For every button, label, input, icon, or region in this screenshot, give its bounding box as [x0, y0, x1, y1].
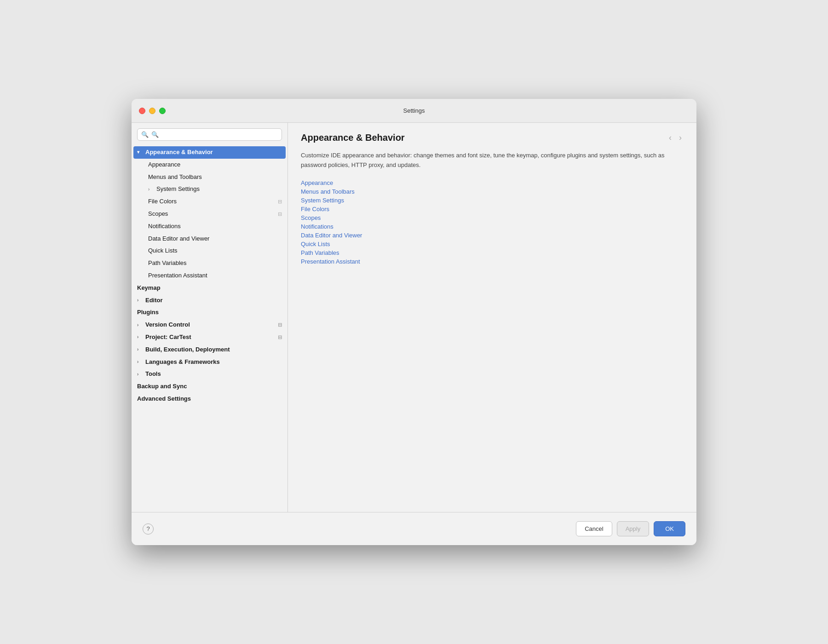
sidebar-item-quick-lists[interactable]: Quick Lists [132, 245, 288, 257]
sidebar-item-version-control[interactable]: › Version Control ⊟ [132, 319, 288, 331]
link-appearance[interactable]: Appearance [301, 179, 684, 186]
sidebar-item-label: Plugins [137, 308, 282, 317]
sidebar-item-label: Advanced Settings [137, 394, 282, 404]
sidebar-item-data-editor[interactable]: Data Editor and Viewer [132, 233, 288, 245]
sidebar-item-label: Scopes [148, 209, 278, 219]
sidebar-item-appearance-behavior[interactable]: ▾ Appearance & Behavior [133, 146, 286, 159]
main-content-area: 🔍 ▾ Appearance & Behavior Appearance Men… [132, 123, 696, 512]
link-data-editor[interactable]: Data Editor and Viewer [301, 232, 684, 239]
main-body: Customize IDE appearance and behavior: c… [288, 144, 696, 512]
chevron-right-icon: › [137, 371, 143, 378]
sidebar-item-label: Appearance & Behavior [145, 148, 282, 157]
apply-button[interactable]: Apply [617, 521, 650, 536]
chevron-right-icon: › [137, 297, 143, 304]
sidebar-item-label: Backup and Sync [137, 382, 282, 391]
sidebar-item-menus-toolbars[interactable]: Menus and Toolbars [132, 171, 288, 184]
sidebar-item-notifications[interactable]: Notifications [132, 220, 288, 233]
sidebar-item-appearance[interactable]: Appearance [132, 159, 288, 171]
back-button[interactable]: ‹ [667, 132, 673, 144]
sidebar-item-label: Path Variables [148, 259, 282, 268]
footer-right: Cancel Apply OK [576, 521, 685, 536]
sidebar-item-advanced-settings[interactable]: Advanced Settings [132, 393, 288, 405]
db-icon: ⊟ [278, 334, 282, 342]
search-input[interactable] [151, 131, 278, 138]
window-title: Settings [403, 107, 425, 114]
chevron-right-icon: › [137, 334, 143, 341]
sidebar: 🔍 ▾ Appearance & Behavior Appearance Men… [132, 123, 288, 512]
sidebar-item-keymap[interactable]: Keymap [132, 282, 288, 294]
search-input-wrapper[interactable]: 🔍 [137, 128, 282, 141]
chevron-right-icon: › [137, 322, 143, 329]
link-path-variables[interactable]: Path Variables [301, 249, 684, 256]
sidebar-item-label: Project: CarTest [145, 333, 278, 342]
footer-left: ? [143, 523, 154, 535]
sidebar-item-file-colors[interactable]: File Colors ⊟ [132, 196, 288, 208]
sidebar-item-label: Data Editor and Viewer [148, 234, 282, 244]
sidebar-item-build-execution[interactable]: › Build, Execution, Deployment [132, 344, 288, 356]
help-button[interactable]: ? [143, 523, 154, 535]
maximize-button[interactable] [159, 108, 166, 114]
chevron-right-icon: › [148, 186, 154, 193]
sidebar-item-label: Version Control [145, 320, 278, 330]
sidebar-item-editor[interactable]: › Editor [132, 294, 288, 307]
sidebar-item-system-settings[interactable]: › System Settings [132, 183, 288, 196]
sidebar-item-label: Keymap [137, 283, 282, 293]
sidebar-item-label: Notifications [148, 222, 282, 231]
search-icon: 🔍 [141, 131, 149, 138]
chevron-down-icon: ▾ [137, 149, 143, 156]
main-panel: Appearance & Behavior ‹ › Customize IDE … [288, 123, 696, 512]
settings-window: Settings 🔍 ▾ Appearance & Behavior Appea… [132, 99, 696, 545]
sidebar-item-tools[interactable]: › Tools [132, 368, 288, 380]
sidebar-item-label: Quick Lists [148, 246, 282, 256]
chevron-right-icon: › [137, 358, 143, 366]
traffic-lights [139, 108, 166, 114]
close-button[interactable] [139, 108, 145, 114]
link-menus-toolbars[interactable]: Menus and Toolbars [301, 188, 684, 195]
sidebar-item-path-variables[interactable]: Path Variables [132, 257, 288, 270]
cancel-button[interactable]: Cancel [576, 521, 612, 536]
sidebar-item-scopes[interactable]: Scopes ⊟ [132, 208, 288, 220]
link-system-settings[interactable]: System Settings [301, 197, 684, 204]
link-quick-lists[interactable]: Quick Lists [301, 241, 684, 247]
links-list: Appearance Menus and Toolbars System Set… [301, 179, 684, 265]
sidebar-item-label: Tools [145, 369, 282, 379]
sidebar-tree: ▾ Appearance & Behavior Appearance Menus… [132, 144, 288, 512]
link-presentation-assistant[interactable]: Presentation Assistant [301, 258, 684, 265]
ok-button[interactable]: OK [654, 521, 685, 536]
db-icon: ⊟ [278, 210, 282, 218]
forward-button[interactable]: › [677, 132, 684, 144]
sidebar-item-presentation-assistant[interactable]: Presentation Assistant [132, 270, 288, 282]
minimize-button[interactable] [149, 108, 155, 114]
sidebar-item-label: Menus and Toolbars [148, 172, 282, 182]
sidebar-item-project-cartest[interactable]: › Project: CarTest ⊟ [132, 331, 288, 344]
sidebar-item-label: File Colors [148, 197, 278, 207]
sidebar-item-label: Build, Execution, Deployment [145, 345, 282, 355]
main-header: Appearance & Behavior ‹ › [288, 123, 696, 144]
chevron-right-icon: › [137, 346, 143, 353]
description-text: Customize IDE appearance and behavior: c… [301, 151, 684, 170]
search-container: 🔍 [132, 123, 288, 144]
db-icon: ⊟ [278, 198, 282, 206]
link-file-colors[interactable]: File Colors [301, 206, 684, 213]
page-title: Appearance & Behavior [301, 132, 405, 143]
sidebar-item-label: Languages & Frameworks [145, 357, 282, 367]
footer: ? Cancel Apply OK [132, 512, 696, 545]
sidebar-item-label: Editor [145, 296, 282, 305]
sidebar-item-backup-sync[interactable]: Backup and Sync [132, 380, 288, 393]
sidebar-item-label: Presentation Assistant [148, 271, 282, 281]
sidebar-item-plugins[interactable]: Plugins [132, 306, 288, 319]
nav-buttons: ‹ › [667, 132, 684, 144]
sidebar-item-languages-frameworks[interactable]: › Languages & Frameworks [132, 356, 288, 368]
sidebar-item-label: System Settings [156, 184, 282, 194]
sidebar-item-label: Appearance [148, 160, 282, 170]
link-scopes[interactable]: Scopes [301, 214, 684, 221]
db-icon: ⊟ [278, 321, 282, 329]
title-bar: Settings [132, 99, 696, 123]
link-notifications[interactable]: Notifications [301, 223, 684, 230]
